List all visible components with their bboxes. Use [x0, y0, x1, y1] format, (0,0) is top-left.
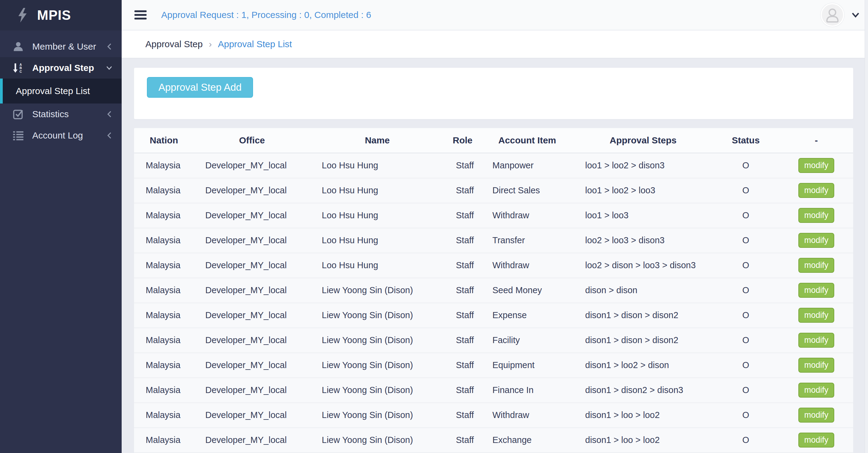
cell-approval-steps: dison1 > dison > dison2 — [574, 328, 713, 353]
cell-nation: Malaysia — [134, 428, 194, 453]
modify-button[interactable]: modify — [798, 233, 834, 248]
approval-summary-link[interactable]: Approval Request : 1, Processing : 0, Co… — [161, 10, 371, 20]
modify-button[interactable]: modify — [798, 333, 834, 348]
modify-button[interactable]: modify — [798, 158, 834, 173]
cell-role: Staff — [444, 328, 481, 353]
modify-button[interactable]: modify — [798, 183, 834, 198]
cell-office: Developer_MY_local — [194, 253, 310, 278]
cell-role: Staff — [444, 378, 481, 403]
cell-status: O — [713, 403, 779, 428]
cell-status: O — [713, 278, 779, 303]
cell-role: Staff — [444, 353, 481, 378]
cell-status: O — [713, 378, 779, 403]
cell-account-item: Exchange — [481, 428, 574, 453]
modify-button[interactable]: modify — [798, 258, 834, 273]
table-row: MalaysiaDeveloper_MY_localLiew Yoong Sin… — [134, 403, 854, 428]
sidebar-item-statistics[interactable]: Statistics — [0, 104, 122, 125]
cell-status: O — [713, 303, 779, 328]
column-header: Approval Steps — [574, 128, 713, 153]
user-avatar[interactable] — [820, 3, 844, 27]
column-header: Name — [310, 128, 444, 153]
cell-role: Staff — [444, 228, 481, 253]
sidebar-item-member-user[interactable]: Member & User — [0, 36, 122, 57]
cell-office: Developer_MY_local — [194, 228, 310, 253]
sidebar-item-account-log[interactable]: Account Log — [0, 125, 122, 146]
approval-step-table: NationOfficeNameRoleAccount ItemApproval… — [134, 128, 854, 453]
cell-role: Staff — [444, 303, 481, 328]
cell-actions: modify — [779, 403, 854, 428]
breadcrumb-current[interactable]: Approval Step List — [218, 39, 292, 49]
cell-account-item: Finance In — [481, 378, 574, 403]
cell-approval-steps: loo2 > dison > loo3 > dison3 — [574, 253, 713, 278]
modify-button[interactable]: modify — [798, 408, 834, 423]
cell-status: O — [713, 328, 779, 353]
modify-button[interactable]: modify — [798, 308, 834, 323]
breadcrumb-parent: Approval Step — [145, 39, 203, 49]
column-header: Account Item — [481, 128, 574, 153]
cell-actions: modify — [779, 153, 854, 178]
cell-name: Liew Yoong Sin (Dison) — [310, 378, 444, 403]
hamburger-menu-icon[interactable] — [134, 10, 147, 20]
cell-office: Developer_MY_local — [194, 403, 310, 428]
cell-account-item: Facility — [481, 328, 574, 353]
approval-step-list-page: MPIS Member & User — [0, 0, 868, 453]
sidebar-item-label: Member & User — [32, 41, 106, 52]
modify-button[interactable]: modify — [798, 208, 834, 223]
cell-status: O — [713, 153, 779, 178]
column-header: Status — [713, 128, 779, 153]
cell-office: Developer_MY_local — [194, 203, 310, 228]
cell-account-item: Withdraw — [481, 203, 574, 228]
cell-nation: Malaysia — [134, 153, 194, 178]
cell-role: Staff — [444, 253, 481, 278]
top-navbar: Approval Request : 1, Processing : 0, Co… — [122, 0, 868, 30]
cell-approval-steps: dison1 > dison > dison2 — [574, 303, 713, 328]
cell-role: Staff — [444, 428, 481, 453]
cell-role: Staff — [444, 203, 481, 228]
cell-account-item: Withdraw — [481, 253, 574, 278]
toolbar-card: Approval Step Add — [134, 67, 854, 119]
chevron-down-icon[interactable] — [851, 12, 860, 18]
cell-approval-steps: dison > dison — [574, 278, 713, 303]
page-scrollbar[interactable] — [865, 0, 868, 453]
cell-nation: Malaysia — [134, 378, 194, 403]
table-row: MalaysiaDeveloper_MY_localLoo Hsu HungSt… — [134, 253, 854, 278]
modify-button[interactable]: modify — [798, 433, 834, 448]
sidebar-subitem-approval-step-list[interactable]: Approval Step List — [0, 79, 122, 104]
cell-approval-steps: loo1 > loo3 — [574, 203, 713, 228]
cell-account-item: Transfer — [481, 228, 574, 253]
cell-approval-steps: dison1 > loo > loo2 — [574, 403, 713, 428]
cell-nation: Malaysia — [134, 253, 194, 278]
cell-status: O — [713, 178, 779, 203]
table-row: MalaysiaDeveloper_MY_localLoo Hsu HungSt… — [134, 153, 854, 178]
cell-name: Liew Yoong Sin (Dison) — [310, 403, 444, 428]
app-logo[interactable]: MPIS — [0, 0, 122, 30]
cell-approval-steps: dison1 > loo > loo2 — [574, 428, 713, 453]
table-row: MalaysiaDeveloper_MY_localLiew Yoong Sin… — [134, 353, 854, 378]
modify-button[interactable]: modify — [798, 383, 834, 398]
modify-button[interactable]: modify — [798, 283, 834, 298]
cell-office: Developer_MY_local — [194, 303, 310, 328]
modify-button[interactable]: modify — [798, 358, 834, 373]
cell-actions: modify — [779, 328, 854, 353]
cell-actions: modify — [779, 228, 854, 253]
cell-account-item: Expense — [481, 303, 574, 328]
table-row: MalaysiaDeveloper_MY_localLiew Yoong Sin… — [134, 278, 854, 303]
cell-account-item: Manpower — [481, 153, 574, 178]
cell-status: O — [713, 253, 779, 278]
cell-name: Loo Hsu Hung — [310, 253, 444, 278]
sidebar-item-approval-step[interactable]: A B C Approval Step — [0, 57, 122, 79]
cell-office: Developer_MY_local — [194, 153, 310, 178]
cell-approval-steps: loo2 > loo3 > dison3 — [574, 228, 713, 253]
list-icon — [11, 130, 25, 142]
cell-actions: modify — [779, 303, 854, 328]
cell-actions: modify — [779, 428, 854, 453]
cell-office: Developer_MY_local — [194, 328, 310, 353]
cell-name: Liew Yoong Sin (Dison) — [310, 303, 444, 328]
cell-account-item: Withdraw — [481, 403, 574, 428]
table-row: MalaysiaDeveloper_MY_localLoo Hsu HungSt… — [134, 203, 854, 228]
approval-step-add-button[interactable]: Approval Step Add — [147, 77, 253, 98]
user-icon — [11, 40, 25, 53]
cell-account-item: Direct Sales — [481, 178, 574, 203]
cell-status: O — [713, 228, 779, 253]
cell-nation: Malaysia — [134, 303, 194, 328]
